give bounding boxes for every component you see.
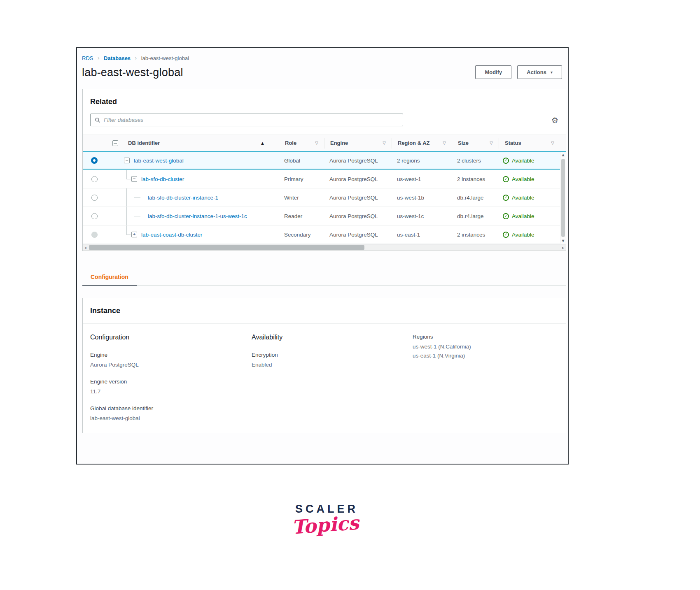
select-all-checkbox[interactable] xyxy=(112,140,118,146)
row-expander-toggle[interactable]: − xyxy=(124,158,130,163)
size-cell: db.r4.large xyxy=(452,213,499,219)
status-label: Available xyxy=(512,232,534,238)
region-az-cell: us-west-1c xyxy=(392,213,452,219)
status-cell: ✓ Available xyxy=(499,176,566,182)
region-az-cell: us-west-1 xyxy=(392,176,452,182)
filter-databases-input[interactable] xyxy=(104,117,399,123)
column-header-size[interactable]: Size ▽ xyxy=(452,138,499,149)
role-cell: Secondary xyxy=(279,232,324,238)
region-az-cell: us-east-1 xyxy=(392,232,452,238)
size-cell: 2 clusters xyxy=(452,158,499,164)
db-identifier-link[interactable]: lab-east-coast-db-cluster xyxy=(141,232,203,238)
vertical-scrollbar[interactable]: ▲ ▼ xyxy=(560,152,566,244)
gear-icon[interactable]: ⚙ xyxy=(551,116,558,125)
role-cell: Primary xyxy=(279,176,324,182)
breadcrumb: RDS › Databases › lab-east-west-global xyxy=(77,48,568,61)
tree-connector-line xyxy=(126,225,127,235)
db-identifier-link[interactable]: lab-sfo-db-cluster-instance-1-us-west-1c xyxy=(148,213,247,219)
breadcrumb-databases-link[interactable]: Databases xyxy=(104,55,131,61)
detail-tabs: Configuration xyxy=(82,251,566,286)
actions-button[interactable]: Actions ▾ xyxy=(517,65,562,79)
column-header-db-identifier[interactable]: DB identifier ▲ xyxy=(106,138,279,149)
row-radio[interactable] xyxy=(91,213,98,219)
rds-console-panel: RDS › Databases › lab-east-west-global l… xyxy=(76,47,569,465)
scroll-down-icon[interactable]: ▼ xyxy=(560,239,566,243)
table-row[interactable]: + lab-east-coast-db-cluster Secondary Au… xyxy=(83,225,566,244)
engine-label: Engine xyxy=(90,352,236,358)
tree-connector-line xyxy=(126,235,131,235)
filter-icon[interactable]: ▽ xyxy=(443,141,446,145)
column-header-label: Size xyxy=(458,140,469,146)
radio-column-header xyxy=(83,138,106,149)
breadcrumb-rds-link[interactable]: RDS xyxy=(82,55,93,61)
column-header-role[interactable]: Role ▽ xyxy=(279,138,324,149)
modify-button[interactable]: Modify xyxy=(475,65,511,79)
column-header-status[interactable]: Status ▽ xyxy=(499,138,560,149)
breadcrumb-separator-icon: › xyxy=(135,55,137,61)
filter-icon[interactable]: ▽ xyxy=(315,141,318,145)
db-identifier-link[interactable]: lab-sfo-db-cluster-instance-1 xyxy=(148,195,218,201)
horizontal-scrollbar[interactable]: ◂ ▸ xyxy=(83,244,566,251)
filter-icon[interactable]: ▽ xyxy=(490,141,493,145)
engine-cell: Aurora PostgreSQL xyxy=(324,158,392,164)
engine-value: Aurora PostgreSQL xyxy=(90,362,236,368)
actions-button-label: Actions xyxy=(527,69,546,75)
size-cell: 2 instances xyxy=(452,232,499,238)
available-check-icon: ✓ xyxy=(503,195,509,201)
engine-cell: Aurora PostgreSQL xyxy=(324,232,392,238)
table-row[interactable]: lab-sfo-db-cluster-instance-1 Writer Aur… xyxy=(83,188,566,207)
size-cell: db.r4.large xyxy=(452,195,499,201)
available-check-icon: ✓ xyxy=(503,232,509,238)
status-label: Available xyxy=(512,195,534,201)
tree-connector-line xyxy=(126,179,131,179)
tab-configuration[interactable]: Configuration xyxy=(82,269,137,286)
available-check-icon: ✓ xyxy=(503,213,509,219)
breadcrumb-current-page: lab-east-west-global xyxy=(141,55,189,61)
status-cell: ✓ Available xyxy=(499,158,566,164)
instance-card: Instance Configuration Engine Aurora Pos… xyxy=(82,298,566,433)
column-header-engine[interactable]: Engine ▽ xyxy=(324,138,392,149)
table-row[interactable]: − lab-east-west-global Global Aurora Pos… xyxy=(83,151,566,170)
global-database-identifier-value: lab-east-west-global xyxy=(90,415,236,421)
scroll-up-icon[interactable]: ▲ xyxy=(560,153,566,157)
row-radio-selected[interactable] xyxy=(91,157,98,164)
engine-cell: Aurora PostgreSQL xyxy=(324,176,392,182)
row-expander-toggle[interactable]: + xyxy=(131,232,137,237)
regions-column: Regions us-west-1 (N.California) us-east… xyxy=(405,324,566,421)
region-az-cell: 2 regions xyxy=(392,158,452,164)
status-cell: ✓ Available xyxy=(499,232,566,238)
column-header-label: Role xyxy=(285,140,296,146)
row-expander-toggle[interactable]: − xyxy=(131,176,137,182)
configuration-column: Configuration Engine Aurora PostgreSQL E… xyxy=(83,324,244,421)
row-radio[interactable] xyxy=(91,176,98,182)
column-header-label: Engine xyxy=(330,140,348,146)
sort-ascending-icon[interactable]: ▲ xyxy=(261,141,264,145)
scroll-left-icon[interactable]: ◂ xyxy=(84,244,86,251)
filter-icon[interactable]: ▽ xyxy=(551,141,554,145)
role-cell: Writer xyxy=(279,195,324,201)
filter-row: ⚙ xyxy=(83,114,566,135)
table-row[interactable]: lab-sfo-db-cluster-instance-1-us-west-1c… xyxy=(83,207,566,225)
region-az-cell: us-west-1b xyxy=(392,195,452,201)
filter-icon[interactable]: ▽ xyxy=(383,141,386,145)
db-identifier-link[interactable]: lab-east-west-global xyxy=(134,158,184,164)
available-check-icon: ✓ xyxy=(503,176,509,182)
scroll-right-icon[interactable]: ▸ xyxy=(562,244,564,251)
filter-databases-box xyxy=(90,114,403,126)
role-cell: Global xyxy=(279,158,324,164)
row-radio-disabled xyxy=(91,232,98,238)
tree-connector-line xyxy=(126,170,127,179)
horizontal-scrollbar-thumb[interactable] xyxy=(89,245,364,250)
db-identifier-link[interactable]: lab-sfo-db-cluster xyxy=(141,176,184,182)
engine-version-label: Engine version xyxy=(90,379,236,385)
status-label: Available xyxy=(512,176,534,182)
encryption-label: Encryption xyxy=(252,352,397,358)
row-radio[interactable] xyxy=(91,195,98,201)
size-cell: 2 instances xyxy=(452,176,499,182)
availability-column: Availability Encryption Enabled xyxy=(244,324,405,421)
column-header-region-az[interactable]: Region & AZ ▽ xyxy=(392,138,452,149)
table-row[interactable]: − lab-sfo-db-cluster Primary Aurora Post… xyxy=(83,170,566,188)
tree-connector-line xyxy=(126,188,127,207)
vertical-scrollbar-thumb[interactable] xyxy=(561,159,565,237)
databases-table: DB identifier ▲ Role ▽ Engine ▽ Region &… xyxy=(83,135,566,244)
